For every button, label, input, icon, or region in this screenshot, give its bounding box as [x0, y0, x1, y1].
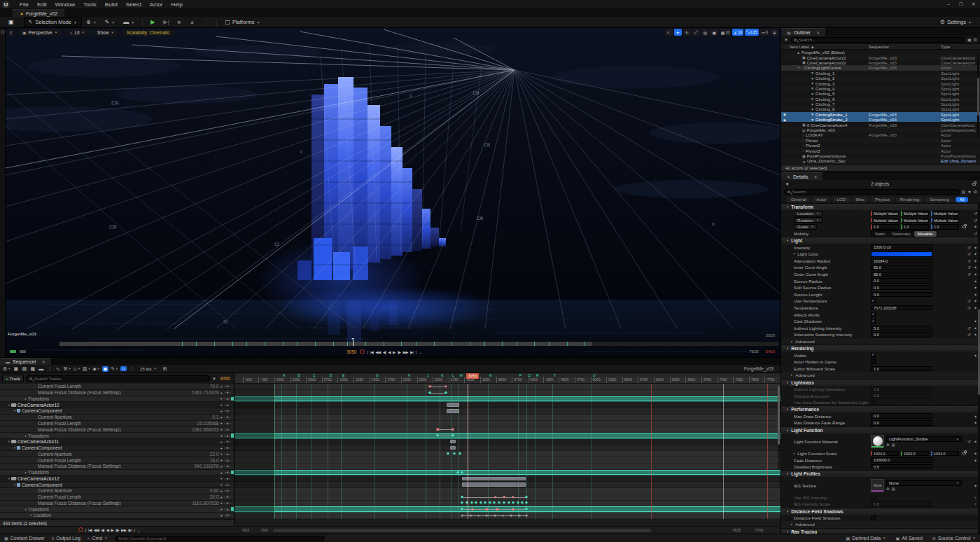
menu-help[interactable]: Help — [167, 1, 187, 8]
keyframe[interactable] — [470, 501, 473, 505]
timeline-hscrollbar[interactable] — [273, 529, 651, 532]
track-row-current-focal-length[interactable]: Current Focal Length15.0+◃◆▹ — [0, 457, 234, 464]
checkbox[interactable] — [871, 400, 876, 405]
outliner-row-forgetme-v03[interactable]: ▤ForgetMe_v03LevelSequenceActor — [781, 127, 980, 132]
key-nav-buttons[interactable]: ◃◆▹ — [224, 464, 232, 468]
key-nav-buttons[interactable]: ◃◆▹ — [224, 384, 232, 388]
add-key-button[interactable]: + — [220, 415, 223, 419]
unreal-logo-icon[interactable]: U — [2, 1, 10, 8]
show-dropdown[interactable]: Show▼ — [92, 29, 119, 36]
reset-to-default-icon[interactable]: ↺ — [967, 251, 971, 256]
track-row-current-focal-length[interactable]: Current Focal Length25.105968+◃◆▹ — [0, 421, 234, 427]
play-reverse-button[interactable]: ◀ — [388, 350, 391, 354]
value-field[interactable]: 0.0 — [871, 420, 932, 426]
reset-to-default-icon[interactable]: ↺ — [967, 258, 971, 263]
track-value[interactable]: 25.105968 — [197, 421, 218, 426]
keyframe[interactable] — [451, 429, 454, 431]
checkbox[interactable] — [871, 495, 876, 500]
output-log-button[interactable]: ≡Output Log — [52, 536, 80, 541]
checkbox[interactable]: ✓ — [871, 353, 876, 358]
eye-icon[interactable]: ◉ — [781, 118, 788, 122]
cinematics-dropdown[interactable]: ▬▼ — [119, 18, 139, 27]
asset-thumbnail[interactable]: None — [871, 479, 884, 492]
value-field[interactable]: 2.0 — [871, 393, 932, 398]
track-filter-icon[interactable]: ▼ — [212, 377, 216, 381]
browse-asset-icon[interactable]: ▤ — [892, 443, 895, 447]
value-field[interactable]: 1.0 — [871, 387, 932, 392]
filter-pill-lod[interactable]: LOD — [832, 197, 849, 202]
value-field[interactable]: 0.0 — [871, 292, 932, 298]
menu-tools[interactable]: Tools — [79, 1, 101, 8]
keyframe[interactable] — [461, 495, 464, 499]
keyframe[interactable] — [474, 501, 477, 505]
keyframe-icon[interactable]: ✦ — [974, 495, 977, 500]
section-header-transform[interactable]: ▾Transform — [781, 203, 980, 210]
property-value[interactable] — [871, 359, 876, 364]
section-bar[interactable] — [450, 440, 456, 443]
track-row-current-aperture[interactable]: Current Aperture0.60+◃◆▹ — [0, 488, 234, 494]
segment-movable[interactable]: Movable — [914, 231, 937, 237]
color-swatch[interactable] — [871, 251, 932, 257]
section-header-light-function[interactable]: ▾Light Function — [781, 426, 980, 433]
add-key-button[interactable]: + — [220, 384, 223, 389]
step-forward-button[interactable]: |▶ — [115, 528, 119, 532]
outliner-scrollbar[interactable] — [977, 53, 979, 137]
add-actor-dropdown[interactable]: ⊕▼ — [82, 18, 101, 27]
bracket-close[interactable]: ] — [134, 528, 134, 532]
keyframe[interactable] — [436, 434, 440, 438]
filter-pill-physics[interactable]: Physics — [871, 197, 894, 202]
reset-to-default-icon[interactable]: ↺ — [967, 326, 971, 331]
timeline-row-19[interactable] — [234, 494, 780, 501]
key-nav-buttons[interactable]: ◃◆▹ — [224, 422, 232, 425]
filter-icon[interactable]: ▼ — [784, 38, 788, 42]
track-value[interactable]: 15.0 — [210, 458, 219, 463]
add-key-button[interactable]: + — [220, 452, 223, 456]
keyframe[interactable] — [484, 501, 487, 505]
property-value[interactable]: ✓ — [871, 353, 876, 358]
cmd-dropdown[interactable]: >Cmd▼ — [88, 536, 108, 541]
add-key-button[interactable]: + — [220, 403, 223, 407]
minimize-button[interactable]: – — [942, 1, 955, 7]
track-row-cinecameraactor12[interactable]: ▾CineCameraActor12+◃◆▹ — [0, 475, 234, 482]
keyframe[interactable] — [525, 501, 528, 505]
value-field[interactable]: 65.0 — [871, 272, 932, 277]
outliner-column-header[interactable]: Item Label ▲ Sequencer Type — [781, 43, 980, 50]
outliner-row-circling-8[interactable]: ▼Circling_8SpotLight — [781, 106, 980, 111]
track-row-manual-focus-distance-focus-settings[interactable]: Manual Focus Distance (Focus Settings)54… — [0, 464, 234, 470]
property-value[interactable]: 1.0 — [871, 501, 932, 507]
value-field[interactable]: 7571.200195 — [871, 305, 932, 311]
checkbox[interactable] — [871, 359, 876, 364]
section-bar[interactable] — [462, 477, 525, 480]
timeline-ruler[interactable]: -500-25000000250050007501000125015001750… — [234, 373, 780, 384]
keyframe[interactable] — [521, 501, 524, 505]
menu-file[interactable]: File — [15, 1, 33, 8]
keyframe[interactable] — [428, 391, 432, 394]
grid-snap-icon[interactable]: ▦10 — [720, 29, 731, 36]
browse-asset-icon[interactable]: ▤ — [892, 487, 895, 491]
playhead-line[interactable] — [468, 384, 468, 519]
add-key-button[interactable]: + — [220, 476, 223, 480]
keyframe[interactable] — [516, 501, 519, 505]
cinematic-scrub-bar[interactable] — [59, 342, 779, 346]
segment-stationary[interactable]: Stationary — [889, 231, 914, 237]
add-folder-icon[interactable]: ▣ — [967, 37, 972, 42]
outliner-row-cinecameraactor22[interactable]: ▣CineCameraActor22ForgetMe_v03CineCamera… — [781, 60, 980, 65]
mobility-segmented[interactable]: StaticStationaryMovable — [871, 230, 937, 237]
loop-mode-button[interactable]: → — [136, 528, 140, 532]
step-back-button[interactable]: ◀| — [101, 528, 104, 532]
keyframe[interactable] — [494, 496, 496, 498]
key-nav-buttons[interactable]: ◃◆▹ — [224, 483, 232, 487]
marker-T[interactable]: T — [552, 373, 557, 377]
timeline-row-17[interactable] — [234, 482, 780, 488]
key-nav-buttons[interactable]: ◃◆▹ — [224, 489, 232, 492]
property-value[interactable] — [871, 495, 876, 500]
outliner-row-cinecameraactor21[interactable]: ▣CineCameraActor21ForgetMe_v03CineCamera… — [781, 55, 980, 60]
track-row-manual-focus-distance-focus-settings[interactable]: Manual Focus Distance (Focus Settings)11… — [0, 501, 234, 507]
key-nav-buttons[interactable]: ◃◆▹ — [224, 446, 232, 450]
track-row-transform[interactable]: ▾Transform+◃◆▹ — [0, 506, 234, 513]
value-field[interactable]: 0.0 — [871, 285, 932, 291]
add-track-button[interactable]: +Track — [2, 375, 24, 382]
timeline-row-5[interactable] — [234, 408, 780, 415]
details-search-input[interactable] — [792, 190, 956, 194]
track-row-location[interactable]: ▸Location+◃◆▹ — [0, 513, 234, 519]
